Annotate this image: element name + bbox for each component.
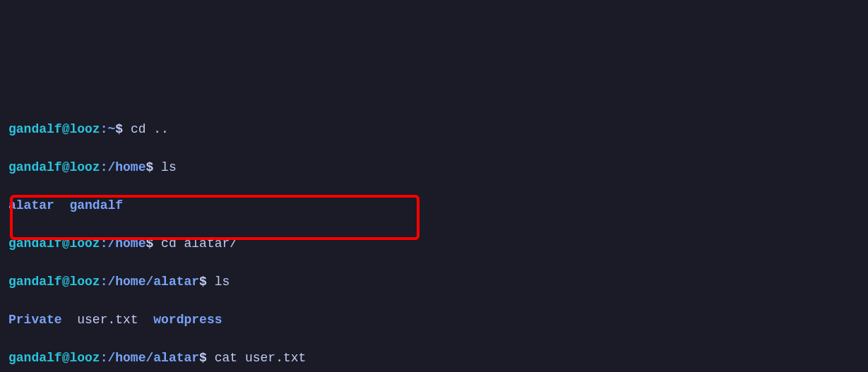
directory: wordpress: [153, 313, 222, 327]
file: user.txt: [77, 313, 138, 327]
prompt-user: gandalf@looz: [8, 160, 100, 174]
command-text: cd alatar/: [161, 236, 237, 251]
terminal-line: gandalf@looz:/home$ cd alatar/: [8, 234, 860, 253]
ls-output: alatar gandalf: [8, 196, 860, 215]
prompt-user: gandalf@looz: [8, 275, 100, 289]
command-text: ls: [215, 275, 230, 289]
directory: Private: [8, 313, 62, 327]
terminal-line: gandalf@looz:/home/alatar$ cat user.txt: [8, 349, 860, 368]
directory: alatar: [8, 198, 54, 212]
directory: gandalf: [69, 198, 123, 212]
ls-output: Private user.txt wordpress: [8, 311, 860, 330]
terminal-output[interactable]: gandalf@looz:~$ cd .. gandalf@looz:/home…: [8, 82, 860, 372]
terminal-line: gandalf@looz:~$ cd ..: [8, 120, 860, 139]
prompt-user: gandalf@looz: [8, 122, 100, 136]
command-text: cd ..: [131, 122, 169, 136]
command-text: cat user.txt: [215, 351, 307, 365]
prompt-user: gandalf@looz: [8, 236, 100, 251]
terminal-line: gandalf@looz:/home/alatar$ ls: [8, 272, 860, 292]
command-text: ls: [161, 160, 177, 174]
prompt-user: gandalf@looz: [8, 351, 100, 365]
terminal-line: gandalf@looz:/home$ ls: [8, 158, 860, 177]
